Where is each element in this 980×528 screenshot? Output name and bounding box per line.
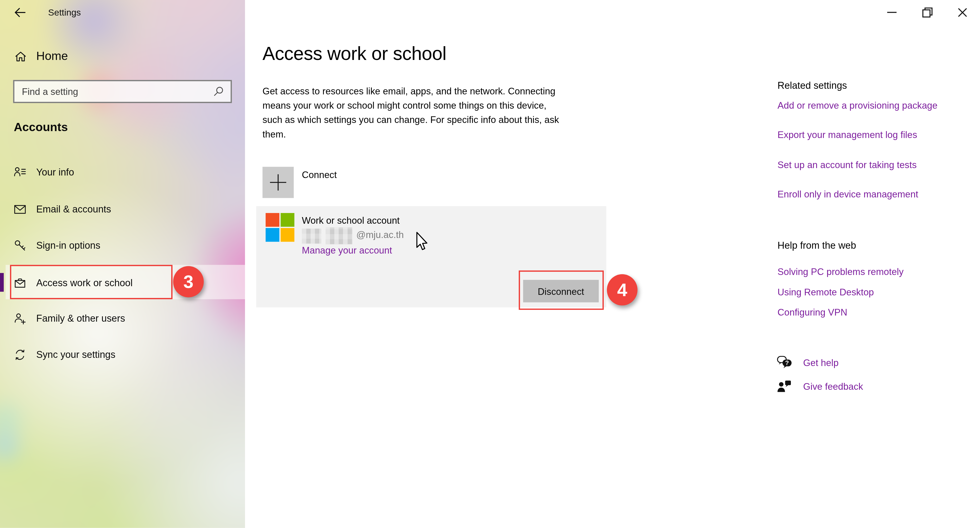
connect-label: Connect [302,170,337,180]
sidebar: Settings Home Accounts [0,0,245,528]
sidebar-item-label: Access work or school [36,277,133,289]
account-email-domain: @mju.ac.th [356,229,404,240]
link-using-remote-desktop[interactable]: Using Remote Desktop [778,287,874,297]
microsoft-logo [266,213,294,242]
svg-text:?: ? [785,359,789,366]
ms-logo-green-square [281,213,294,227]
page-description-line: such as which settings you can change. F… [262,114,559,125]
sidebar-item-label: Email & accounts [36,203,111,215]
ms-logo-yellow-square [281,228,294,242]
plus-icon [262,167,294,198]
sidebar-item-access-work-or-school[interactable]: Access work or school [0,269,245,297]
sidebar-item-label: Home [36,49,68,63]
sidebar-item-label: Sync your settings [36,349,115,360]
redacted-name-block [326,227,352,244]
family-icon [14,312,26,325]
ms-logo-red-square [266,213,280,227]
sidebar-item-sync-your-settings[interactable]: Sync your settings [0,341,245,369]
give-feedback-label: Give feedback [803,381,863,392]
close-button[interactable] [948,0,977,25]
ms-logo-blue-square [266,228,280,242]
sidebar-item-label: Your info [36,167,74,178]
restore-icon [920,5,935,20]
give-feedback-row[interactable]: Give feedback [776,377,914,395]
link-add-remove-provisioning-package[interactable]: Add or remove a provisioning package [778,100,938,111]
sidebar-item-family-other-users[interactable]: Family & other users [0,305,245,332]
help-from-web-header: Help from the web [778,240,856,251]
get-help-icon: ? [776,354,793,371]
settings-window: Settings Home Accounts [0,0,980,528]
sidebar-item-label: Sign-in options [36,240,100,251]
minimize-button[interactable] [877,0,906,25]
back-arrow-icon [13,5,27,20]
close-icon [955,5,970,20]
link-setup-account-taking-tests[interactable]: Set up an account for taking tests [778,159,917,170]
link-export-management-log-files[interactable]: Export your management log files [778,129,917,140]
get-help-row[interactable]: ? Get help [776,354,914,371]
maximize-button[interactable] [913,0,942,25]
manage-account-link[interactable]: Manage your account [302,245,392,255]
section-header: Accounts [14,121,68,135]
page-title: Access work or school [262,43,447,64]
give-feedback-icon [776,378,792,394]
sidebar-item-label: Family & other users [36,313,125,324]
link-solving-pc-problems-remotely[interactable]: Solving PC problems remotely [778,266,904,277]
email-icon [14,203,26,216]
window-title: Settings [48,7,81,17]
redacted-name-block [302,228,321,244]
step-badge-3: 3 [173,266,204,297]
search-icon [213,86,224,97]
sidebar-item-email-accounts[interactable]: Email & accounts [0,196,245,223]
mouse-cursor-icon [412,231,428,252]
sidebar-item-your-info[interactable]: Your info [0,159,245,186]
search-box[interactable] [13,80,232,103]
key-icon [14,239,26,252]
related-settings-header: Related settings [778,80,847,91]
home-icon [14,49,27,63]
get-help-label: Get help [803,357,838,368]
your-info-icon [14,166,26,179]
sidebar-item-home[interactable]: Home [0,48,245,65]
sidebar-item-sign-in-options[interactable]: Sign-in options [0,232,245,259]
account-type-label: Work or school account [302,215,400,225]
briefcase-icon [14,277,26,289]
sync-icon [14,349,26,361]
page-description-line: means your work or school might control … [262,100,547,111]
page-description-line: them. [262,128,286,139]
link-enroll-device-management[interactable]: Enroll only in device management [778,189,918,200]
step-badge-4: 4 [607,274,638,305]
acrylic-wallpaper-background [0,0,245,528]
page-description-line: Get access to resources like email, apps… [262,86,555,97]
disconnect-button[interactable]: Disconnect [523,280,599,302]
work-account-panel[interactable]: Work or school account @mju.ac.th Manage… [256,206,606,308]
back-button[interactable] [13,5,27,20]
minimize-icon [884,5,899,20]
link-configuring-vpn[interactable]: Configuring VPN [778,307,848,317]
connect-button[interactable] [262,167,294,198]
search-input[interactable] [14,86,213,97]
